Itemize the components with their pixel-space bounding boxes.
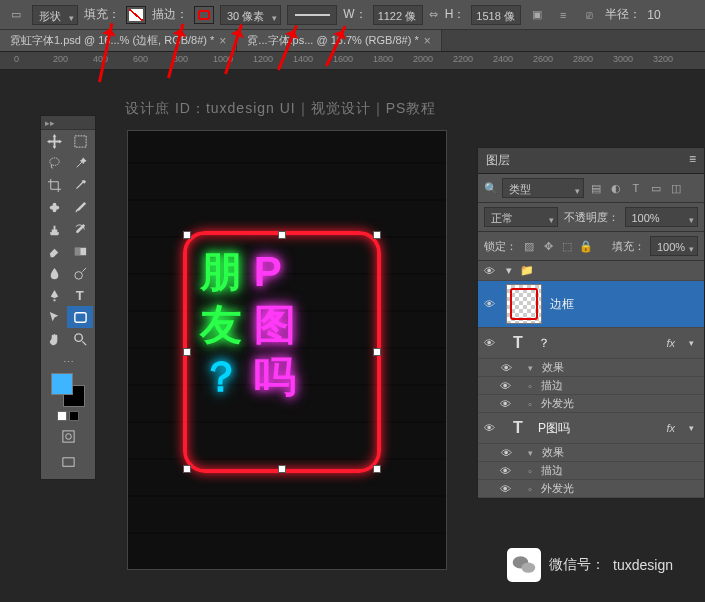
layer-effect-stroke[interactable]: 👁描边 (478, 377, 704, 395)
layer-effect-outerglow[interactable]: 👁外发光 (478, 395, 704, 413)
pathops-arrange-icon[interactable]: ⎚ (579, 5, 599, 25)
filter-type-dropdown[interactable]: 类型 (502, 178, 584, 198)
canvas[interactable]: 朋 P 友 图 ？ 吗 (127, 130, 447, 570)
layer-thumbnail[interactable] (506, 284, 542, 324)
rectangle-tool[interactable] (67, 306, 93, 328)
layer-name[interactable]: P图吗 (538, 420, 658, 437)
fill-swatch[interactable] (126, 6, 146, 24)
group-expand-icon[interactable]: ▾ (506, 264, 512, 277)
filter-type-icon[interactable]: T (628, 181, 643, 196)
transform-handle[interactable] (373, 231, 381, 239)
svg-text:T: T (75, 288, 83, 303)
layers-panel-header[interactable]: 图层≡ (478, 148, 704, 174)
filter-adjustment-icon[interactable]: ◐ (608, 181, 623, 196)
fill-opacity-input[interactable]: 100% (650, 236, 698, 256)
stroke-size-dropdown[interactable]: 30 像素 (220, 5, 281, 25)
lock-label: 锁定： (484, 239, 517, 254)
wechat-overlay: 微信号： tuxdesign (507, 548, 673, 582)
lock-artboard-icon[interactable]: ⬚ (560, 239, 574, 253)
marquee-tool[interactable] (67, 130, 93, 152)
panel-menu-icon[interactable]: ≡ (689, 152, 696, 169)
transform-handle[interactable] (183, 231, 191, 239)
visibility-icon[interactable]: 👁 (500, 398, 511, 410)
stroke-style-dropdown[interactable] (287, 5, 337, 25)
blend-mode-dropdown[interactable]: 正常 (484, 207, 558, 227)
healing-brush-tool[interactable] (41, 196, 67, 218)
lock-pixels-icon[interactable]: ▨ (522, 239, 536, 253)
default-colors-icon[interactable] (57, 411, 79, 421)
gradient-tool[interactable] (67, 240, 93, 262)
layer-effects-header[interactable]: 👁效果 (478, 359, 704, 377)
height-input[interactable]: 1518 像 (471, 5, 521, 25)
toolbox-header[interactable]: ▸▸ (41, 116, 95, 130)
visibility-icon[interactable]: 👁 (484, 337, 498, 349)
layer-effect-outerglow[interactable]: 👁外发光 (478, 480, 704, 498)
close-icon[interactable]: × (424, 34, 431, 48)
visibility-icon[interactable]: 👁 (484, 265, 498, 277)
move-tool[interactable] (41, 130, 67, 152)
hand-tool[interactable] (41, 328, 67, 350)
layer-row-ptext[interactable]: 👁 T P图吗 fx▾ (478, 413, 704, 444)
link-wh-icon[interactable]: ⇔ (429, 8, 439, 21)
filter-smartobj-icon[interactable]: ◫ (668, 181, 683, 196)
transform-handle[interactable] (373, 348, 381, 356)
blur-tool[interactable] (41, 262, 67, 284)
visibility-icon[interactable]: 👁 (501, 447, 512, 459)
opacity-input[interactable]: 100% (625, 207, 699, 227)
shape-mode-dropdown[interactable]: 形状 (32, 5, 78, 25)
layer-effect-stroke[interactable]: 👁描边 (478, 462, 704, 480)
layer-name[interactable]: 边框 (550, 296, 698, 313)
type-tool[interactable]: T (67, 284, 93, 306)
radius-value[interactable]: 10 (647, 8, 660, 22)
fg-bg-colors[interactable] (51, 373, 85, 407)
pathops-align-icon[interactable]: ≡ (553, 5, 573, 25)
pathops-combine-icon[interactable]: ▣ (527, 5, 547, 25)
width-input[interactable]: 1122 像 (373, 5, 423, 25)
visibility-icon[interactable]: 👁 (484, 298, 498, 310)
svg-point-1 (49, 157, 58, 165)
path-selection-tool[interactable] (41, 306, 67, 328)
visibility-icon[interactable]: 👁 (500, 465, 511, 477)
fx-badge[interactable]: fx (666, 337, 675, 349)
transform-handle[interactable] (183, 465, 191, 473)
brush-tool[interactable] (67, 196, 93, 218)
eraser-tool[interactable] (41, 240, 67, 262)
close-icon[interactable]: × (219, 34, 226, 48)
transform-handle[interactable] (183, 348, 191, 356)
foreground-color-swatch[interactable] (51, 373, 73, 395)
layer-name[interactable]: ？ (538, 335, 658, 352)
visibility-icon[interactable]: 👁 (484, 422, 498, 434)
transform-handle[interactable] (278, 465, 286, 473)
visibility-icon[interactable]: 👁 (500, 483, 511, 495)
visibility-icon[interactable]: 👁 (501, 362, 512, 374)
document-tab-1[interactable]: 霓虹字体1.psd @ 16...% (边框, RGB/8#) *× (0, 30, 237, 51)
lasso-tool[interactable] (41, 152, 67, 174)
crop-tool[interactable] (41, 174, 67, 196)
zoom-tool[interactable] (67, 328, 93, 350)
history-brush-tool[interactable] (67, 218, 93, 240)
pen-tool[interactable] (41, 284, 67, 306)
layers-panel: 图层≡ 🔍 类型 ▤ ◐ T ▭ ◫ 正常 不透明度： 100% 锁定： ▨ ✥… (477, 147, 705, 499)
shape-preset-icon[interactable]: ▭ (6, 5, 26, 25)
quickmask-icon[interactable] (55, 425, 81, 447)
lock-position-icon[interactable]: ✥ (541, 239, 555, 253)
dodge-tool[interactable] (67, 262, 93, 284)
filter-shape-icon[interactable]: ▭ (648, 181, 663, 196)
eyedropper-tool[interactable] (67, 174, 93, 196)
neon-char: 友 (200, 301, 242, 348)
layer-row-border[interactable]: 👁 边框 (478, 281, 704, 328)
workarea: 设计庶 ID：tuxdesign UI｜视觉设计｜PS教程 ▸▸ T (0, 70, 705, 602)
filter-pixel-icon[interactable]: ▤ (588, 181, 603, 196)
layer-group-row[interactable]: 👁 ▾ 📁 (478, 261, 704, 281)
lock-all-icon[interactable]: 🔒 (579, 239, 593, 253)
screenmode-icon[interactable] (55, 451, 81, 473)
stroke-swatch[interactable] (194, 6, 214, 24)
clone-stamp-tool[interactable] (41, 218, 67, 240)
fx-badge[interactable]: fx (666, 422, 675, 434)
layer-effects-header[interactable]: 👁效果 (478, 444, 704, 462)
magic-wand-tool[interactable] (67, 152, 93, 174)
layer-row-question[interactable]: 👁 T ？ fx▾ (478, 328, 704, 359)
transform-handle[interactable] (278, 231, 286, 239)
visibility-icon[interactable]: 👁 (500, 380, 511, 392)
transform-handle[interactable] (373, 465, 381, 473)
